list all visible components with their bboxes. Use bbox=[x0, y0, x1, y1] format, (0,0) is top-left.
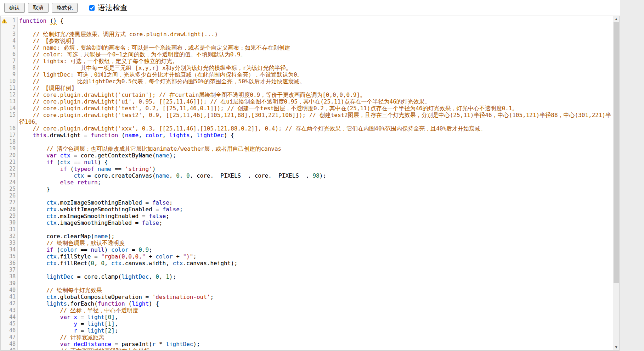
line-number: 41 bbox=[8, 294, 18, 300]
code-line[interactable]: 36 ctx.fillRect(0, 0, ctx.canvas.width, … bbox=[1, 260, 613, 267]
code-line[interactable]: 34 if (color == null) color = 0.9; bbox=[1, 246, 613, 253]
code-line[interactable]: 19 // 清空色调层；也可以修改成其它层比如animate/weather层，… bbox=[1, 145, 613, 152]
code-line[interactable]: 37 bbox=[1, 267, 613, 273]
lint-gutter bbox=[1, 341, 8, 347]
lint-gutter bbox=[1, 199, 8, 206]
code-line[interactable]: 28 ctx.webkitImageSmoothingEnabled = fal… bbox=[1, 206, 613, 213]
code-line[interactable]: 18 bbox=[1, 139, 613, 145]
code-line[interactable]: 11 // 【调用样例】 bbox=[1, 85, 613, 91]
scrollbar-thumb[interactable] bbox=[614, 22, 619, 283]
syntax-check-checkbox[interactable] bbox=[89, 5, 95, 11]
code-line[interactable]: 26 bbox=[1, 193, 613, 199]
code-line[interactable]: 7 // lights: 可选，一个数组，定义了每个独立的灯光。 bbox=[1, 58, 613, 65]
code-line[interactable]: 27 ctx.mozImageSmoothingEnabled = false; bbox=[1, 199, 613, 206]
code-line[interactable]: 42 lights.forEach(function (light) { bbox=[1, 300, 613, 307]
line-number: 5 bbox=[8, 44, 18, 51]
code-text: // 绘制色调层，默认不透明度 bbox=[18, 240, 613, 246]
code-text: // 绘制每个灯光效果 bbox=[18, 287, 613, 294]
code-line[interactable]: 33 // 绘制色调层，默认不透明度 bbox=[1, 240, 613, 246]
code-line[interactable]: 43 // 坐标，半径，中心不透明度 bbox=[1, 307, 613, 314]
lint-gutter bbox=[1, 321, 8, 327]
line-number: 12 bbox=[8, 91, 18, 98]
vertical-scrollbar[interactable]: ▲ ▼ bbox=[613, 16, 619, 350]
code-line[interactable]: 6 // color: 可选，只能是一个0~1之间的数，为不透明度的值。不填则默… bbox=[1, 51, 613, 58]
code-line[interactable]: 35 ctx.fillStyle = "rgba(0,0,0," + color… bbox=[1, 253, 613, 260]
code-line[interactable]: 23 ctx = core.createCanvas(name, 0, 0, c… bbox=[1, 172, 613, 179]
lint-gutter bbox=[1, 145, 8, 152]
code-line[interactable]: 39 bbox=[1, 280, 613, 287]
code-text: y = light[1], bbox=[18, 321, 613, 327]
code-line[interactable]: 49 // 正方形区域的直径和左上角坐标 bbox=[1, 347, 613, 351]
line-number: 42 bbox=[8, 300, 18, 307]
code-line[interactable]: 4 // 【参数说明】 bbox=[1, 38, 613, 44]
code-line[interactable]: 29 ctx.msImageSmoothingEnabled = false; bbox=[1, 213, 613, 219]
code-line[interactable]: 1function () { bbox=[1, 17, 613, 24]
code-text: ctx.fillRect(0, 0, ctx.canvas.width, ctx… bbox=[18, 260, 613, 267]
lint-gutter bbox=[1, 179, 8, 186]
code-line[interactable]: 12 // core.plugin.drawLight('curtain'); … bbox=[1, 91, 613, 98]
code-text: // 【调用样例】 bbox=[18, 85, 613, 91]
line-number: 3 bbox=[8, 31, 18, 38]
scroll-down-icon[interactable]: ▼ bbox=[613, 344, 619, 350]
code-text bbox=[18, 267, 613, 273]
code-line[interactable]: 2 bbox=[1, 24, 613, 31]
code-text: // color: 可选，只能是一个0~1之间的数，为不透明度的值。不填则默认为… bbox=[18, 51, 613, 58]
line-number: 29 bbox=[8, 213, 18, 219]
code-line[interactable]: 15 // core.plugin.drawLight('test2', 0.9… bbox=[1, 112, 613, 125]
lint-gutter bbox=[1, 273, 8, 280]
code-text: ctx.webkitImageSmoothingEnabled = false; bbox=[18, 206, 613, 213]
code-line[interactable]: 40 // 绘制每个灯光效果 bbox=[1, 287, 613, 294]
cancel-button[interactable]: 取消 bbox=[28, 3, 49, 13]
code-line[interactable]: 5 // name: 必填，要绘制到的画布名；可以是一个系统画布，或者是个自定义… bbox=[1, 44, 613, 51]
code-line[interactable]: 45 y = light[1], bbox=[1, 321, 613, 327]
code-line[interactable]: 13 // core.plugin.drawLight('ui', 0.95, … bbox=[1, 98, 613, 105]
code-line[interactable]: 31 bbox=[1, 226, 613, 233]
code-editor[interactable]: 1function () {23 // 绘制灯光/漆黑层效果。调用方式 core… bbox=[0, 16, 620, 351]
code-line[interactable]: 3 // 绘制灯光/漆黑层效果。调用方式 core.plugin.drawLig… bbox=[1, 31, 613, 38]
code-line[interactable]: 8 // 其中每一项是三元组 [x,y,r] x和y分别为该灯光的横纵坐标，r为… bbox=[1, 65, 613, 71]
code-line[interactable]: 22 if (typeof name == 'string') bbox=[1, 166, 613, 172]
lint-gutter bbox=[1, 213, 8, 219]
code-line[interactable]: 32 core.clearMap(name); bbox=[1, 233, 613, 240]
code-line[interactable]: 30 ctx.imageSmoothingEnabled = false; bbox=[1, 219, 613, 226]
lint-gutter bbox=[1, 78, 8, 85]
code-line[interactable]: 25 } bbox=[1, 186, 613, 193]
line-number: 25 bbox=[8, 186, 18, 193]
code-text: ctx.globalCompositeOperation = 'destinat… bbox=[18, 294, 613, 300]
code-line[interactable]: 48 var decDistance = parseInt(r * lightD… bbox=[1, 341, 613, 347]
line-number: 20 bbox=[8, 152, 18, 159]
code-line[interactable]: 41 ctx.globalCompositeOperation = 'desti… bbox=[1, 294, 613, 300]
code-line[interactable]: 20 var ctx = core.getContextByName(name)… bbox=[1, 152, 613, 159]
code-line[interactable]: 24 else return; bbox=[1, 179, 613, 186]
code-text: var decDistance = parseInt(r * lightDec)… bbox=[18, 341, 613, 347]
code-line[interactable]: 44 var x = light[0], bbox=[1, 314, 613, 321]
code-line[interactable]: 16 // core.plugin.drawLight('xxx', 0.3, … bbox=[1, 125, 613, 132]
format-button[interactable]: 格式化 bbox=[52, 3, 78, 13]
code-text: var ctx = core.getContextByName(name); bbox=[18, 152, 613, 159]
code-text: if (ctx == null) { bbox=[18, 159, 613, 166]
lint-gutter bbox=[1, 267, 8, 273]
line-number: 48 bbox=[8, 341, 18, 347]
code-line[interactable]: 46 r = light[2]; bbox=[1, 327, 613, 334]
code-line[interactable]: 17 this.drawLight = function (name, colo… bbox=[1, 132, 613, 139]
line-number: 34 bbox=[8, 246, 18, 253]
code-line[interactable]: 47 // 计算衰减距离 bbox=[1, 334, 613, 341]
scroll-up-icon[interactable]: ▲ bbox=[613, 16, 619, 22]
code-line[interactable]: 21 if (ctx == null) { bbox=[1, 159, 613, 166]
lint-gutter bbox=[1, 112, 8, 125]
lint-gutter bbox=[1, 334, 8, 341]
code-line[interactable]: 9 // lightDec: 可选，0到1之间，光从多少百分比才开始衰减（在此范… bbox=[1, 71, 613, 78]
code-line[interactable]: 10 // 比如lightDec为0.5代表，每个灯光部分内圈50%的范围全亮，… bbox=[1, 78, 613, 85]
code-line[interactable]: 14 // core.plugin.drawLight('test', 0.2,… bbox=[1, 105, 613, 112]
code-line[interactable]: 38 lightDec = core.clamp(lightDec, 0, 1)… bbox=[1, 273, 613, 280]
code-text: if (typeof name == 'string') bbox=[18, 166, 613, 172]
syntax-check-label: 语法检查 bbox=[98, 3, 128, 13]
lint-gutter bbox=[1, 280, 8, 287]
code-text: if (color == null) color = 0.9; bbox=[18, 246, 613, 253]
confirm-button[interactable]: 确认 bbox=[4, 3, 25, 13]
line-number: 44 bbox=[8, 314, 18, 321]
syntax-check-toggle[interactable]: 语法检查 bbox=[89, 3, 128, 13]
line-number: 49 bbox=[8, 347, 18, 351]
line-number: 13 bbox=[8, 98, 18, 105]
code-text bbox=[18, 226, 613, 233]
